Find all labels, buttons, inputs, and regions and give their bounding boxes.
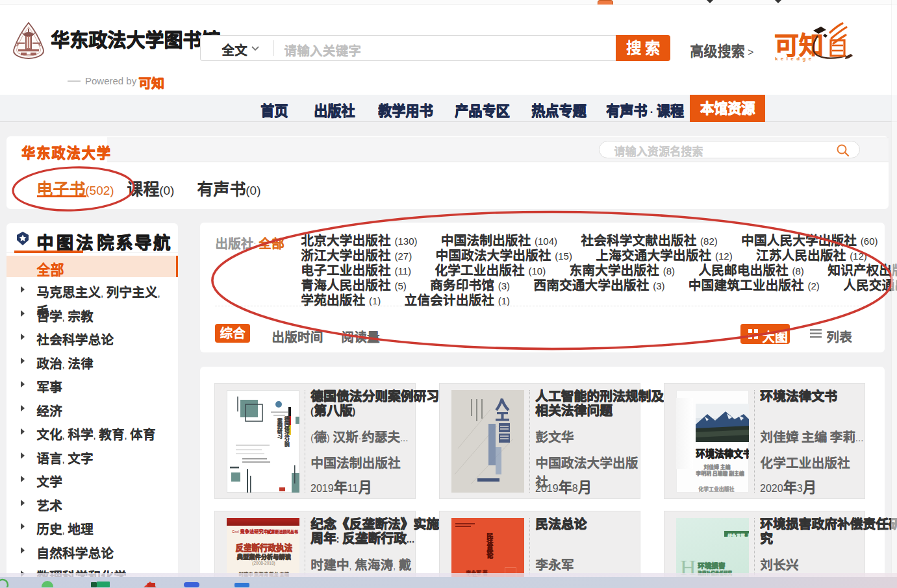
svg-text:keledge: keledge	[775, 56, 815, 62]
